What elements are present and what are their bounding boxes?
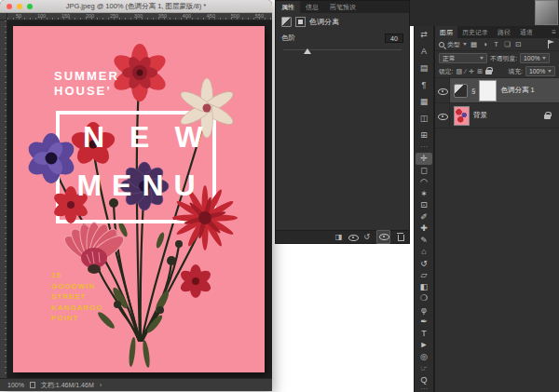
shape-tool[interactable]: ◎ [416,351,432,363]
layer-name[interactable]: 色调分离 1 [500,86,534,95]
filter-pixel-layers-icon[interactable]: ▦ [470,40,478,48]
panel-menu-icon[interactable]: ≡ [552,26,556,38]
delete-adjustment-icon[interactable] [397,233,403,241]
paragraph-panel-icon[interactable]: ¶ [416,76,432,93]
tab-history[interactable]: 历史记录 [457,26,493,38]
lock-transparency-icon[interactable]: ▨ [456,68,462,75]
layer-row-background[interactable]: 背景 [435,103,559,128]
type-tool[interactable]: T [416,328,432,340]
visibility-cell[interactable] [435,78,450,102]
crop-tool[interactable]: ⊡ [416,199,432,211]
close-button[interactable] [7,4,12,9]
move-tool[interactable]: ✛ [416,153,432,165]
lasso-tool[interactable]: ◠ [416,176,432,188]
styles-panel-icon[interactable]: ▤ [416,60,432,76]
actions-panel-icon[interactable]: ◫ [416,110,432,127]
zoom-level-field[interactable]: 100% [7,382,24,388]
background-layer-thumbnail[interactable] [454,106,470,126]
swatches-panel-icon[interactable]: ▦ [416,93,432,110]
adjustment-layer-thumbnail[interactable] [454,84,468,98]
lock-pixels-icon[interactable]: ∕ [465,68,466,74]
gradient-preview [535,0,558,25]
clone-stamp-tool[interactable]: ⌂ [416,246,432,258]
poster-canvas[interactable]: SUMMER HOUSE’ NEW MENU 15 GOODWIN STREET… [13,26,265,372]
levels-value-field[interactable]: 40 [385,34,403,43]
eraser-tool[interactable]: ▱ [416,269,432,281]
adjustments-panel-icon[interactable]: ⊞ [416,127,432,143]
poster-headline-menu: MENU [58,170,214,200]
photoshop-screen: JPG.jpeg @ 100% (色调分离 1, 图层蒙版/8) * 50 10… [0,0,559,392]
toolbar-overflow-icon[interactable]: ⋯ [420,385,428,392]
layer-name[interactable]: 背景 [473,111,487,120]
eyedropper-tool[interactable]: ✐ [416,211,432,223]
hand-tool[interactable]: ☞ [416,362,432,374]
eye-icon[interactable] [438,112,446,120]
layer-mask-badge-icon[interactable] [295,17,306,27]
blur-tool[interactable]: ❍ [416,292,432,304]
character-panel-icon[interactable]: A [416,43,432,60]
visibility-eye-icon [379,232,388,240]
visibility-cell[interactable] [435,103,450,128]
filter-type-layers-icon[interactable]: T [492,40,500,48]
mask-link-icon[interactable]: § [471,87,475,95]
layer-mask-thumbnail[interactable] [479,80,497,101]
levels-row: 色阶 40 [276,31,409,44]
zoom-window-button[interactable] [27,4,33,9]
properties-footer: ◨ ↺ [276,230,409,243]
lock-position-icon[interactable]: ✛ [469,68,474,75]
layer-row-body[interactable]: 背景 [450,103,559,128]
fill-select[interactable]: 100% [525,66,555,76]
opacity-select[interactable]: 100% [520,53,550,63]
gradient-tool[interactable]: ◧ [416,281,432,293]
tab-paths[interactable]: 路径 [493,26,515,38]
minimize-button[interactable] [17,4,22,9]
window-titlebar[interactable]: JPG.jpeg @ 100% (色调分离 1, 图层蒙版/8) * [0,0,272,13]
lock-artboard-icon[interactable]: ⊞ [477,68,483,75]
layers-tabbar: 图层 历史记录 路径 通道 ≡ [435,26,559,38]
tab-layers[interactable]: 图层 [435,26,457,38]
filter-adjustment-layers-icon[interactable]: ◑ [481,40,489,48]
slider-thumb[interactable] [304,48,311,54]
tab-properties[interactable]: 属性 [276,1,300,13]
document-window: JPG.jpeg @ 100% (色调分离 1, 图层蒙版/8) * 50 10… [0,0,272,391]
status-chevron-icon[interactable]: › [100,381,102,389]
toolbar-grip[interactable]: ⋯ [420,143,428,153]
panel-dock-strip: ⇄ A ▤ ¶ ▦ ◫ ⊞ ⋯ ✛ ◻ ◠ ✶ ⊡ ✐ ✚ ✎ ⌂ ↺ ▱ ◧ … [414,26,434,392]
levels-slider[interactable] [283,47,402,55]
filter-dropdown-caret-icon[interactable] [463,43,467,46]
adjustment-header: 色调分离 [276,13,409,31]
eye-icon[interactable] [438,87,446,95]
ruler-vertical[interactable] [0,20,7,378]
pen-tool[interactable]: ✒ [416,316,432,328]
layer-row-posterize[interactable]: § 色调分离 1 [435,78,559,103]
magic-wand-tool[interactable]: ✶ [416,188,432,200]
filter-shape-layers-icon[interactable]: ❏ [503,40,511,48]
path-selection-tool[interactable]: ► [416,339,432,351]
document-title: JPG.jpeg @ 100% (色调分离 1, 图层蒙版/8) * [0,2,272,11]
ruler-numbers: 50 100 150 200 250 300 350 400 450 500 5… [7,13,272,20]
lock-all-icon[interactable] [485,67,492,75]
marquee-tool[interactable]: ◻ [416,165,432,177]
canvas-pasteboard[interactable]: SUMMER HOUSE’ NEW MENU 15 GOODWIN STREET… [7,20,272,378]
tab-channels[interactable]: 通道 [515,26,538,38]
tab-info[interactable]: 信息 [300,1,324,13]
dodge-tool[interactable]: φ [416,304,432,317]
collapse-panels-icon[interactable]: ⇄ [416,26,432,43]
previous-state-eye-icon[interactable] [348,233,357,241]
clip-to-layer-icon[interactable]: ◨ [335,233,343,241]
blend-mode-select[interactable]: 正常 [439,53,487,63]
reset-adjustment-icon[interactable]: ↺ [363,233,370,241]
lock-label: 锁定: [439,67,453,76]
fill-caret-icon [548,70,552,73]
brush-tool[interactable]: ✎ [416,235,432,247]
ruler-horizontal[interactable]: 50 100 150 200 250 300 350 400 450 500 5… [7,13,272,20]
layer-row-body[interactable]: § 色调分离 1 [450,78,559,102]
filter-smart-objects-icon[interactable]: ⊡ [514,40,523,48]
healing-brush-tool[interactable]: ✚ [416,223,432,235]
filter-toggle-icon[interactable] [548,40,555,48]
history-brush-tool[interactable]: ↺ [416,258,432,270]
slider-track[interactable] [283,49,402,50]
tab-brush-presets[interactable]: 画笔预设 [324,1,361,13]
layer-visibility-toggle[interactable] [376,230,390,244]
filter-kind-label[interactable]: 类型 [447,40,460,49]
